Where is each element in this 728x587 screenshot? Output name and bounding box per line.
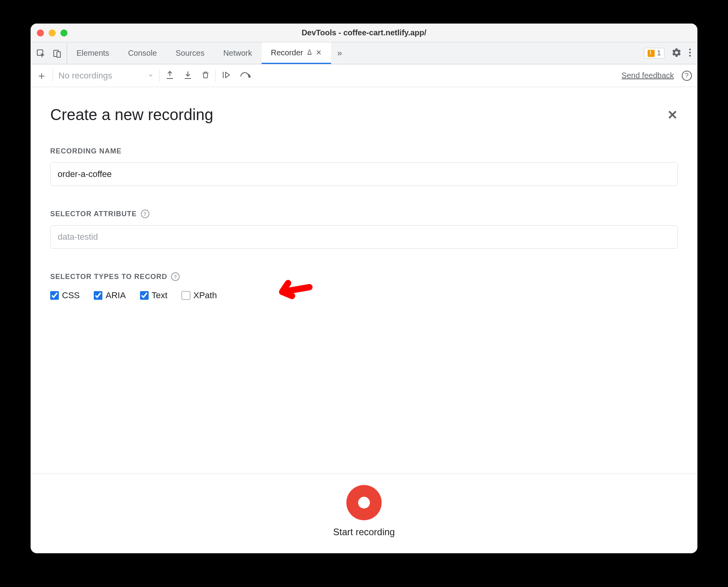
selector-types-checkboxes: CSS ARIA Text XPath (50, 290, 678, 301)
recordings-dropdown[interactable]: No recordings (58, 71, 154, 81)
checkbox-label: XPath (193, 290, 217, 301)
toolbar-divider (215, 69, 216, 82)
window-titlebar: DevTools - coffee-cart.netlify.app/ (31, 24, 697, 42)
svg-point-4 (689, 51, 691, 53)
issues-badge[interactable]: 1 (644, 48, 664, 58)
selector-attribute-group: SELECTOR ATTRIBUTE ? (50, 210, 678, 249)
label-text: SELECTOR TYPES TO RECORD (50, 273, 167, 281)
tab-label: Network (223, 49, 252, 58)
start-recording-button[interactable] (346, 485, 382, 520)
delete-icon[interactable] (201, 70, 210, 81)
overflow-glyph: » (337, 48, 342, 58)
selector-types-group: SELECTOR TYPES TO RECORD ? CSS ARIA Text… (50, 272, 678, 301)
close-panel-icon[interactable]: ✕ (667, 108, 678, 122)
settings-icon[interactable] (672, 47, 682, 59)
devtools-window: DevTools - coffee-cart.netlify.app/ Elem… (31, 24, 697, 553)
svg-point-3 (689, 48, 691, 50)
start-recording-label: Start recording (333, 527, 395, 538)
devtools-tabstrip: Elements Console Sources Network Recorde… (31, 42, 697, 64)
toolbar-icon-group (165, 70, 210, 81)
panel-tabs: Elements Console Sources Network Recorde… (67, 42, 639, 64)
content-header: Create a new recording ✕ (50, 106, 678, 124)
help-icon[interactable]: ? (682, 71, 692, 81)
import-icon[interactable] (183, 70, 193, 81)
page-title: Create a new recording (50, 106, 213, 124)
toolbar-right: Send feedback ? (622, 71, 692, 81)
warning-icon (648, 50, 655, 57)
checkbox-input[interactable] (94, 291, 102, 300)
tab-label: Console (128, 49, 157, 58)
tab-recorder[interactable]: Recorder ✕ (262, 42, 331, 64)
checkbox-label: ARIA (106, 290, 126, 301)
checkbox-xpath[interactable]: XPath (182, 290, 217, 301)
send-feedback-link[interactable]: Send feedback (622, 71, 674, 80)
recorder-toolbar: ＋ No recordings Send feedback ? (31, 64, 697, 87)
tab-label: Sources (176, 49, 204, 58)
more-menu-icon[interactable] (689, 48, 691, 59)
tab-network[interactable]: Network (214, 42, 261, 64)
toolbar-icon-group (221, 70, 251, 81)
tab-elements[interactable]: Elements (67, 42, 118, 64)
recording-name-input[interactable] (50, 162, 678, 186)
close-tab-icon[interactable]: ✕ (316, 48, 322, 57)
flask-icon (306, 48, 313, 57)
traffic-lights (37, 29, 67, 36)
checkbox-input[interactable] (182, 291, 190, 300)
recorder-content: Create a new recording ✕ RECORDING NAME … (31, 87, 697, 474)
toolbar-divider (53, 69, 53, 82)
window-title: DevTools - coffee-cart.netlify.app/ (31, 28, 697, 37)
export-icon[interactable] (165, 70, 175, 81)
new-recording-button[interactable]: ＋ (36, 68, 47, 83)
inspect-toggle-group (34, 42, 67, 64)
selector-attribute-label: SELECTOR ATTRIBUTE ? (50, 210, 678, 218)
device-toolbar-icon[interactable] (53, 49, 62, 58)
checkbox-input[interactable] (50, 291, 59, 300)
close-window-button[interactable] (37, 29, 44, 36)
checkbox-label: Text (152, 290, 167, 301)
tab-sources[interactable]: Sources (166, 42, 214, 64)
selector-types-label: SELECTOR TYPES TO RECORD ? (50, 272, 678, 281)
help-icon[interactable]: ? (141, 210, 149, 218)
more-tabs-button[interactable]: » (331, 42, 348, 64)
footer: Start recording (31, 474, 697, 553)
checkbox-text[interactable]: Text (140, 290, 167, 301)
checkbox-input[interactable] (140, 291, 149, 300)
issues-count: 1 (657, 49, 661, 57)
minimize-window-button[interactable] (49, 29, 56, 36)
svg-rect-2 (57, 52, 60, 57)
recording-name-group: RECORDING NAME (50, 147, 678, 186)
tab-label: Recorder (271, 48, 303, 57)
svg-point-5 (689, 55, 691, 56)
replay-icon[interactable] (221, 70, 231, 81)
tabstrip-actions: 1 (639, 42, 694, 64)
step-icon[interactable] (240, 71, 251, 80)
maximize-window-button[interactable] (60, 29, 67, 36)
record-dot-icon (358, 497, 370, 509)
tab-console[interactable]: Console (118, 42, 166, 64)
recordings-label: No recordings (58, 71, 112, 81)
tab-label: Elements (76, 49, 109, 58)
toolbar-divider (159, 69, 160, 82)
chevron-down-icon (147, 71, 154, 81)
selector-attribute-input[interactable] (50, 225, 678, 249)
recording-name-label: RECORDING NAME (50, 147, 678, 155)
label-text: SELECTOR ATTRIBUTE (50, 210, 137, 218)
help-icon[interactable]: ? (171, 272, 180, 281)
inspect-element-icon[interactable] (36, 49, 46, 58)
checkbox-css[interactable]: CSS (50, 290, 80, 301)
checkbox-aria[interactable]: ARIA (94, 290, 126, 301)
checkbox-label: CSS (62, 290, 80, 301)
